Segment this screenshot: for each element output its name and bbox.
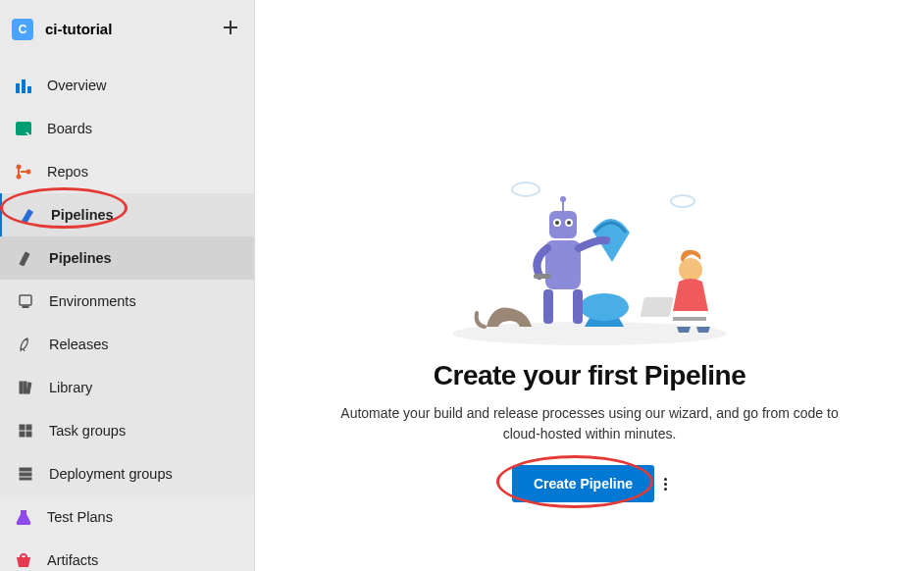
svg-point-4	[17, 165, 22, 170]
svg-rect-36	[673, 317, 706, 321]
svg-rect-8	[23, 306, 28, 308]
sidebar-item-label: Library	[49, 380, 92, 395]
svg-rect-35	[641, 297, 674, 317]
svg-rect-12	[20, 425, 25, 430]
svg-rect-16	[20, 468, 31, 471]
sidebar-subitem-deployment-groups[interactable]: Deployment groups	[0, 452, 254, 495]
sidebar-item-label: Pipelines	[49, 250, 112, 266]
svg-point-34	[679, 258, 702, 282]
page-description: Automate your build and release processe…	[334, 403, 845, 443]
pipelines-sub-icon	[16, 248, 35, 268]
svg-rect-33	[534, 274, 551, 279]
deployment-groups-icon	[16, 464, 35, 484]
svg-rect-18	[20, 478, 31, 480]
svg-rect-11	[26, 383, 31, 393]
svg-rect-3	[16, 122, 31, 135]
svg-point-30	[560, 196, 566, 202]
task-groups-icon	[16, 421, 35, 441]
project-badge: C	[12, 19, 33, 40]
kebab-dot-icon	[664, 483, 667, 486]
svg-rect-1	[22, 79, 26, 93]
svg-rect-13	[26, 425, 31, 430]
kebab-dot-icon	[664, 488, 667, 491]
sidebar-item-label: Environments	[49, 293, 136, 309]
environments-icon	[16, 291, 35, 311]
library-icon	[16, 378, 35, 397]
hero-illustration	[437, 172, 742, 348]
svg-rect-17	[20, 473, 31, 476]
svg-rect-7	[20, 295, 31, 305]
create-pipeline-button[interactable]: Create Pipeline	[512, 465, 654, 502]
cta-row: Create Pipeline	[512, 465, 667, 502]
sidebar-item-label: Repos	[47, 164, 88, 180]
page-title: Create your first Pipeline	[434, 360, 745, 391]
svg-point-5	[17, 175, 22, 180]
svg-rect-15	[26, 432, 31, 437]
boards-icon	[14, 119, 33, 138]
svg-point-27	[555, 221, 559, 225]
sidebar-item-label: Deployment groups	[49, 466, 173, 482]
svg-point-28	[567, 221, 571, 225]
sidebar-subitem-releases[interactable]: Releases	[0, 323, 254, 366]
svg-point-20	[671, 195, 694, 207]
svg-rect-14	[20, 432, 25, 437]
kebab-dot-icon	[664, 478, 667, 481]
sidebar-item-label: Releases	[49, 337, 108, 352]
sidebar-item-pipelines[interactable]: Pipelines	[0, 193, 254, 236]
sidebar-item-label: Pipelines	[51, 207, 114, 223]
sidebar-item-label: Overview	[47, 78, 106, 93]
main-content: Create your first Pipeline Automate your…	[255, 0, 924, 571]
svg-rect-31	[543, 289, 553, 324]
sidebar-item-repos[interactable]: Repos	[0, 150, 254, 193]
project-title[interactable]: ci-tutorial	[45, 21, 219, 37]
repos-icon	[14, 162, 33, 182]
svg-rect-24	[549, 211, 577, 238]
sidebar-subitem-taskgroups[interactable]: Task groups	[0, 409, 254, 452]
plus-icon	[223, 18, 238, 39]
svg-rect-32	[573, 289, 583, 324]
sidebar-subitem-environments[interactable]: Environments	[0, 280, 254, 323]
svg-rect-9	[20, 382, 23, 393]
overview-icon	[14, 76, 33, 95]
svg-rect-0	[16, 83, 20, 93]
artifacts-icon	[14, 550, 33, 570]
svg-rect-10	[24, 382, 26, 393]
sidebar-item-label: Boards	[47, 121, 92, 136]
add-button[interactable]	[219, 14, 242, 44]
sidebar-subitem-library[interactable]: Library	[0, 366, 254, 409]
more-options-button[interactable]	[664, 478, 667, 491]
sidebar: C ci-tutorial Overview Boards Repos	[0, 0, 255, 571]
svg-point-19	[512, 182, 539, 196]
sidebar-item-test-plans[interactable]: Test Plans	[0, 495, 254, 539]
svg-point-22	[580, 293, 629, 321]
sidebar-subitem-pipelines[interactable]: Pipelines	[0, 236, 254, 280]
svg-point-6	[26, 170, 31, 175]
sidebar-item-overview[interactable]: Overview	[0, 64, 254, 107]
project-header: C ci-tutorial	[0, 0, 254, 58]
svg-rect-2	[27, 86, 31, 93]
sidebar-item-artifacts[interactable]: Artifacts	[0, 539, 254, 571]
sidebar-item-label: Artifacts	[47, 552, 98, 568]
sidebar-item-label: Test Plans	[47, 509, 113, 525]
sidebar-item-boards[interactable]: Boards	[0, 107, 254, 150]
pipelines-icon	[18, 205, 37, 225]
sidebar-group-pipelines: Pipelines Pipelines Environments Release…	[0, 193, 254, 495]
releases-icon	[16, 335, 35, 354]
sidebar-item-label: Task groups	[49, 423, 126, 439]
test-plans-icon	[14, 507, 33, 527]
